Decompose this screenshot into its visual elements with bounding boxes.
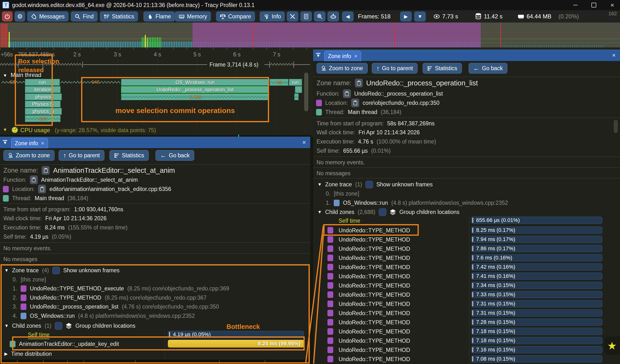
zone-physics[interactable]: physics (25, 93, 62, 100)
child-zone-row[interactable]: UndoRedo::TYPE_METHOD7.86 ms (0.17%) (313, 245, 617, 253)
trace-row-3[interactable]: 3. UndoRedo::_process_operation_list (4.… (13, 302, 219, 311)
notes-button[interactable] (300, 11, 312, 22)
zone-undo-process-operation-list[interactable]: UndoRedo::_process_operation_list (121, 86, 269, 93)
show-unknown-checkbox[interactable] (365, 181, 373, 188)
child-zone-time-bar[interactable]: 7.16 ms (0.15%) (471, 346, 602, 353)
child-zone-time-bar[interactable]: 7.08 ms (0.15%) (471, 355, 602, 363)
go-to-parent-button[interactable]: ↑ Go to parent (59, 150, 104, 161)
messages-button[interactable]: Messages (27, 11, 69, 22)
child-zone-row[interactable]: UndoRedo::TYPE_METHOD7.18 ms (0.15%) (313, 327, 617, 336)
collapse-triangle[interactable]: ▼ (4, 323, 9, 328)
statistics-panel-button[interactable]: Statistics (109, 150, 149, 161)
frames-histogram[interactable] (0, 23, 620, 47)
cpu-usage-label[interactable]: CPU usage (20, 127, 50, 134)
left-panel-title-bar[interactable]: ▼ Zone info × × (0, 137, 310, 148)
group-children-checkbox[interactable] (379, 208, 386, 216)
frame-label[interactable]: Frame 3,714 (4.8 s) (209, 61, 258, 68)
statistics-panel-button[interactable]: Statistics (423, 63, 462, 74)
time-distribution-header[interactable]: ▶ Time distribution (4, 349, 52, 358)
minimize-button[interactable] (568, 0, 583, 10)
statistics-button[interactable]: Statistics (100, 11, 138, 22)
child-zone-row[interactable]: UndoRedo::TYPE_METHOD7.94 ms (0.17%) (313, 235, 617, 244)
trace-row-4[interactable]: 4. OS_Windows::run (4.8 s) platform\wind… (13, 311, 195, 320)
clipboard-icon[interactable] (351, 99, 359, 107)
frame-select-button[interactable]: ▼ (414, 11, 426, 22)
child-zone-row[interactable]: UndoRedo::TYPE_METHOD7.34 ms (0.15%) (313, 281, 617, 290)
thread-collapse-triangle[interactable]: ▼ (3, 73, 7, 78)
child-zone-row[interactable]: UndoRedo::TYPE_METHOD7.16 ms (0.15%) (313, 346, 617, 354)
clipboard-icon[interactable] (30, 175, 38, 184)
cpu-collapse-triangle[interactable]: ▼ (3, 127, 7, 132)
flame-button[interactable]: Flame (143, 11, 175, 22)
self-time-column-header[interactable]: Self time (339, 218, 360, 225)
memory-button[interactable]: Memory (175, 11, 211, 22)
right-zone-info-tab[interactable]: Zone info × (324, 51, 361, 61)
child-zone-row[interactable]: UndoRedo::TYPE_METHOD7.6 ms (0.16%) (313, 254, 617, 262)
tab-close-icon[interactable]: × (41, 140, 44, 147)
right-panel-title-bar[interactable]: ▼ Zone info × × (313, 50, 620, 61)
child-zone-time-bar[interactable]: 7.28 ms (0.15%) (471, 318, 602, 326)
child-zone-time-bar[interactable]: 7.86 ms (0.17%) (471, 245, 602, 252)
child-zone-row[interactable]: UndoRedo::TYPE_METHOD7.41 ms (0.16%) (313, 272, 617, 281)
child-zone-time-bar[interactable]: 7.42 ms (0.16%) (471, 263, 602, 271)
go-back-button[interactable]: ← Go back (469, 63, 507, 74)
zone-collapsed-895[interactable]: 895 (25, 115, 61, 122)
favorite-star-button[interactable]: ★ (604, 336, 620, 355)
zoom-tool-button[interactable] (314, 11, 326, 22)
child-zone-row[interactable]: UndoRedo::TYPE_METHOD7.28 ms (0.15%) (313, 318, 617, 326)
self-time-bar[interactable]: 4.19 µs (0.05%) (168, 331, 304, 338)
child-zone-time-bar[interactable]: 7.41 ms (0.16%) (471, 273, 602, 280)
zone-trace-header[interactable]: ▼ Zone trace (1) Show unknown frames (318, 180, 433, 189)
zone-run[interactable]: run (25, 79, 60, 86)
zoom-to-zone-button[interactable]: Zoom to zone (317, 63, 368, 74)
go-to-parent-button[interactable]: ↑ Go to parent (372, 63, 418, 74)
child-zone-row[interactable]: UndoRedo::TYPE_METHOD7.08 ms (0.15%) (313, 355, 617, 363)
trace-row-0[interactable]: 0. [this zone] (326, 189, 359, 198)
power-button[interactable] (2, 11, 13, 22)
assistant-button[interactable] (327, 11, 339, 22)
child-zone-row[interactable]: UndoRedo::TYPE_METHOD7.31 ms (0.15%) (313, 300, 617, 308)
show-unknown-checkbox[interactable] (52, 267, 60, 274)
self-time-column-header[interactable]: Self time (28, 332, 49, 339)
child-zone-time-bar[interactable]: 7.18 ms (0.15%) (471, 328, 602, 335)
child-zone-row[interactable]: UndoRedo::TYPE_METHOD7.33 ms (0.15%) (313, 291, 617, 299)
child-zone-row[interactable]: UndoRedo::TYPE_METHOD7.18 ms (0.15%) (313, 337, 617, 345)
zone-iteration[interactable]: iteration (25, 86, 61, 93)
child-zone-time-bar[interactable]: 7.18 ms (0.15%) (471, 337, 602, 344)
left-zone-info-tab[interactable]: Zone info × (11, 138, 48, 148)
panel-collapse-icon[interactable]: ▼ (3, 140, 7, 144)
collapse-triangle[interactable]: ▼ (4, 268, 9, 273)
expand-triangle[interactable]: ▶ (4, 351, 8, 356)
trace-row-2[interactable]: 2. UndoRedo::TYPE_METHOD (8.25 ms) core\… (13, 293, 207, 302)
panel-close-icon[interactable]: × (302, 139, 306, 146)
clipboard-icon[interactable] (355, 79, 363, 87)
trace-row-0[interactable]: 0. [this zone] (13, 275, 46, 284)
trace-row-1[interactable]: 1. OS_Windows::run (4.8 s) platform\wind… (326, 198, 508, 207)
zone-trace-header[interactable]: ▼ Zone trace (4) Show unknown frames (4, 266, 120, 275)
settings-button[interactable]: ⚙ (15, 11, 25, 22)
maximize-button[interactable] (586, 0, 602, 10)
compare-button[interactable]: Compare (216, 11, 255, 22)
prev-frame-button[interactable]: ◀ (342, 11, 354, 22)
panel-collapse-icon[interactable]: ▼ (316, 53, 320, 57)
close-button[interactable]: × (604, 0, 620, 10)
panel-close-icon[interactable]: × (612, 52, 616, 59)
zone-small-2[interactable] (294, 93, 299, 100)
zone-physics-server[interactable]: Physics S (25, 101, 61, 107)
collapsed-zones[interactable] (61, 79, 72, 86)
collapsed-zones-62[interactable]: 62 (1, 79, 25, 86)
clipboard-icon[interactable] (38, 185, 46, 193)
child-zone-time-bar[interactable]: 8.25 ms (0.17%) (471, 227, 602, 234)
next-frame-button[interactable]: ▶ (400, 11, 412, 22)
child-zone-time-bar[interactable]: 7.33 ms (0.15%) (471, 291, 602, 298)
child-zone-time-bar[interactable]: 7.6 ms (0.16%) (471, 254, 602, 261)
info-button[interactable]: Info (260, 11, 285, 22)
child-zones-header[interactable]: ▼ Child zones (1) Group children locatio… (4, 321, 135, 330)
tools-button[interactable] (287, 11, 298, 22)
timeline-scrollbar-thumb[interactable] (304, 73, 308, 111)
clipboard-icon[interactable] (343, 89, 351, 98)
go-back-button[interactable]: ← Go back (155, 150, 194, 161)
right-panel-scrollbar-thumb[interactable] (614, 120, 618, 133)
child-zone-row[interactable]: UndoRedo::TYPE_METHOD7.42 ms (0.16%) (313, 263, 617, 271)
zone-collapsed-85[interactable]: 85 (270, 79, 288, 86)
